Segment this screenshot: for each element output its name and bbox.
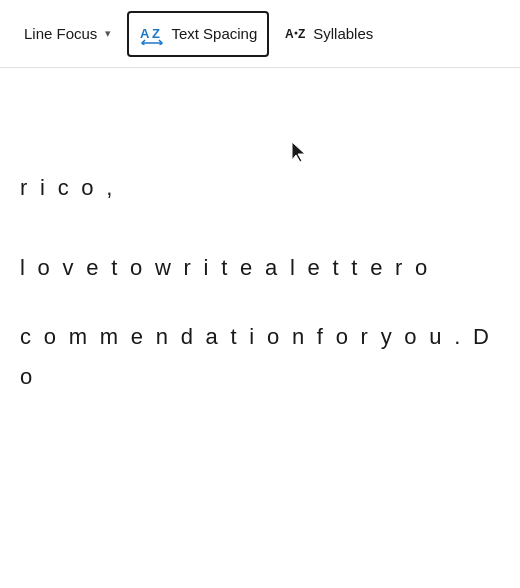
svg-text:A: A xyxy=(140,26,150,41)
content-area: r i c o , l o v e t o w r i t e a l e t … xyxy=(0,68,520,588)
content-line-2: l o v e t o w r i t e a l e t t e r o xyxy=(0,248,520,288)
syllables-label: Syllables xyxy=(313,25,373,42)
syllables-icon: A Z xyxy=(285,25,307,43)
line-focus-chevron-icon: ▾ xyxy=(105,27,111,40)
svg-text:Z: Z xyxy=(152,26,160,41)
svg-text:Z: Z xyxy=(298,27,305,41)
toolbar: Line Focus ▾ A Z Text Spacing A Z xyxy=(0,0,520,68)
text-spacing-label: Text Spacing xyxy=(171,25,257,42)
syllables-button[interactable]: A Z Syllables xyxy=(273,11,385,57)
content-line-1: r i c o , xyxy=(0,168,520,208)
line-focus-button[interactable]: Line Focus ▾ xyxy=(12,11,123,57)
content-line-3: c o m m e n d a t i o n f o r y o u . D … xyxy=(0,317,520,396)
text-spacing-button[interactable]: A Z Text Spacing xyxy=(127,11,269,57)
cursor-pointer xyxy=(290,140,308,168)
line-focus-label: Line Focus xyxy=(24,25,97,42)
svg-text:A: A xyxy=(285,27,294,41)
text-spacing-icon: A Z xyxy=(139,23,165,45)
